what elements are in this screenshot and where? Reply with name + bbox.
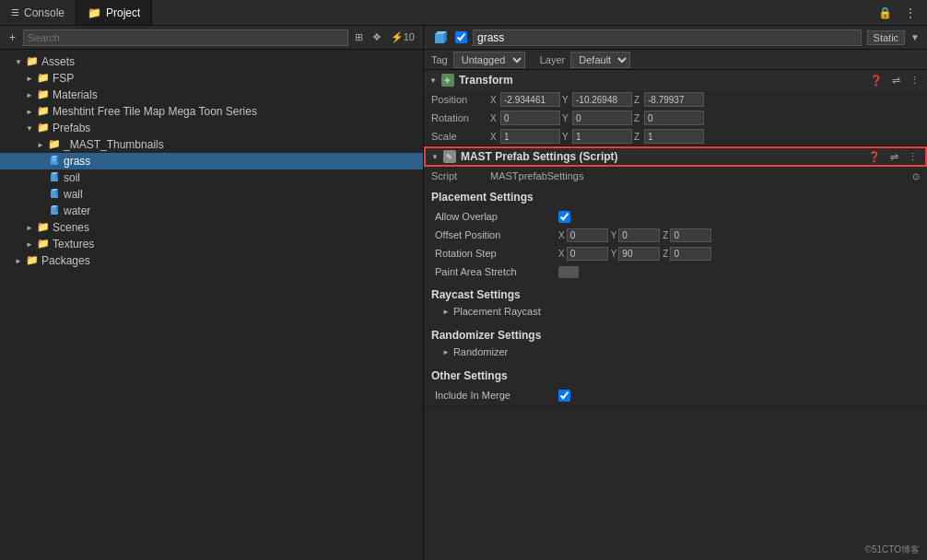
position-y-input[interactable] bbox=[572, 92, 632, 107]
scale-z-input[interactable] bbox=[644, 129, 704, 144]
paint-area-toggle[interactable] bbox=[558, 266, 579, 278]
mast-thumbnails-label: _MAST_Thumbnails bbox=[64, 138, 164, 151]
prefabs-folder-icon: 📁 bbox=[37, 122, 50, 134]
static-button[interactable]: Static bbox=[867, 30, 906, 45]
rotation-step-y-input[interactable] bbox=[618, 247, 660, 261]
rotation-step-x-label: X bbox=[558, 249, 565, 259]
rotation-y-input[interactable] bbox=[572, 111, 632, 125]
transform-component: ▼ ✛ Transform ❓ ⇌ ⋮ Position X bbox=[424, 70, 927, 146]
offset-position-row: Offset Position X Y Z bbox=[431, 226, 920, 244]
script-value: MASTprefabSettings bbox=[490, 170, 909, 181]
counter-value: 10 bbox=[404, 31, 415, 42]
mast-thumbnails-folder-icon: 📁 bbox=[48, 138, 61, 151]
soil-cube-icon bbox=[48, 171, 61, 184]
rotation-y-label: Y bbox=[562, 113, 571, 123]
mast-thumbnails-arrow: ► bbox=[37, 141, 48, 149]
folder-view-btn[interactable]: ⊞ bbox=[352, 30, 366, 44]
randomizer-section: Randomizer Settings ► Randomizer bbox=[424, 323, 927, 364]
tab-project[interactable]: 📁 Project bbox=[76, 0, 152, 25]
rotation-x-input[interactable] bbox=[500, 111, 560, 125]
counter-btn[interactable]: ⚡10 bbox=[388, 30, 417, 44]
randomizer-header[interactable]: Randomizer Settings bbox=[431, 327, 920, 344]
other-settings-title: Other Settings bbox=[431, 369, 920, 382]
script-label: Script bbox=[431, 170, 487, 181]
position-y-label: Y bbox=[562, 95, 571, 105]
search-input[interactable] bbox=[23, 29, 348, 46]
object-active-checkbox[interactable] bbox=[455, 31, 467, 43]
allow-overlap-checkbox[interactable] bbox=[558, 211, 570, 223]
include-merge-checkbox[interactable] bbox=[558, 390, 570, 402]
tab-console[interactable]: ☰ Console bbox=[0, 0, 76, 25]
mast-settings-btn[interactable]: ⇌ bbox=[888, 150, 900, 164]
mast-help-btn[interactable]: ❓ bbox=[866, 150, 883, 164]
position-row: Position X Y Z bbox=[424, 90, 927, 109]
rotation-step-x-input[interactable] bbox=[567, 247, 608, 261]
transform-component-header[interactable]: ▼ ✛ Transform ❓ ⇌ ⋮ bbox=[424, 70, 927, 90]
offset-position-label: Offset Position bbox=[435, 229, 555, 240]
wall-cube-icon bbox=[48, 188, 61, 201]
rotation-z-input[interactable] bbox=[644, 111, 704, 125]
scale-x-label: X bbox=[490, 132, 499, 142]
tree-item-fsp[interactable]: ► 📁 FSP bbox=[0, 70, 423, 87]
tag-label: Tag bbox=[431, 54, 448, 65]
more-icon-btn[interactable]: ⋮ bbox=[901, 5, 920, 21]
tree-item-materials[interactable]: ► 📁 Materials bbox=[0, 87, 423, 103]
tree-item-packages[interactable]: ► 📁 Packages bbox=[0, 252, 423, 269]
fsp-folder-icon: 📁 bbox=[37, 72, 50, 85]
mast-more-btn[interactable]: ⋮ bbox=[906, 150, 920, 164]
mast-component-header[interactable]: ▼ ✎ MAST Prefab Settings (Script) ❓ ⇌ ⋮ bbox=[424, 146, 927, 167]
position-z-input[interactable] bbox=[644, 92, 704, 107]
script-picker-btn[interactable]: ⊙ bbox=[912, 171, 920, 181]
layer-select[interactable]: Default bbox=[570, 52, 630, 68]
position-label: Position bbox=[431, 94, 487, 105]
tree-item-textures[interactable]: ► 📁 Textures bbox=[0, 236, 423, 252]
mast-component: ▼ ✎ MAST Prefab Settings (Script) ❓ ⇌ ⋮ … bbox=[424, 146, 927, 407]
rotation-step-xyz: X Y Z bbox=[558, 247, 711, 261]
raycast-section: Raycast Settings ► Placement Raycast bbox=[424, 283, 927, 323]
other-settings-section: Other Settings Include In Merge bbox=[424, 364, 927, 406]
offset-x-input[interactable] bbox=[567, 228, 608, 242]
rotation-step-label: Rotation Step bbox=[435, 248, 555, 259]
tree-item-mast-thumbnails[interactable]: ► 📁 _MAST_Thumbnails bbox=[0, 136, 423, 153]
scale-label: Scale bbox=[431, 131, 487, 142]
rotation-step-z-input[interactable] bbox=[670, 247, 711, 261]
scale-y-input[interactable] bbox=[572, 129, 632, 144]
offset-z-input[interactable] bbox=[670, 228, 711, 242]
position-z-label: Z bbox=[634, 95, 643, 105]
scale-y-label: Y bbox=[562, 132, 571, 142]
prefab-btn[interactable]: ❖ bbox=[370, 30, 384, 44]
tree-item-soil[interactable]: soil bbox=[0, 169, 423, 186]
lock-icon-btn[interactable]: 🔒 bbox=[874, 5, 896, 21]
tree-item-assets[interactable]: ▼ 📁 Assets bbox=[0, 53, 423, 70]
water-label: water bbox=[64, 204, 90, 217]
tree-item-prefabs[interactable]: ▼ 📁 Prefabs bbox=[0, 120, 423, 136]
object-name-input[interactable] bbox=[473, 29, 862, 46]
placement-raycast-row[interactable]: ► Placement Raycast bbox=[431, 303, 920, 320]
randomizer-sub-row[interactable]: ► Randomizer bbox=[431, 344, 920, 360]
tree-item-scenes[interactable]: ► 📁 Scenes bbox=[0, 219, 423, 236]
rotation-label: Rotation bbox=[431, 112, 487, 123]
raycast-header[interactable]: Raycast Settings bbox=[431, 286, 920, 303]
tree-item-water[interactable]: water bbox=[0, 203, 423, 219]
transform-more-btn[interactable]: ⋮ bbox=[908, 74, 921, 88]
object-type-icon bbox=[431, 29, 450, 47]
packages-label: Packages bbox=[41, 254, 90, 267]
layer-label: Layer bbox=[540, 54, 566, 65]
position-x-input[interactable] bbox=[500, 92, 560, 107]
assets-arrow: ▼ bbox=[15, 58, 26, 66]
scale-x-input[interactable] bbox=[500, 129, 560, 144]
tree-item-meshtint[interactable]: ► 📁 Meshtint Free Tile Map Mega Toon Ser… bbox=[0, 103, 423, 120]
transform-help-btn[interactable]: ❓ bbox=[868, 74, 885, 88]
tree-item-grass[interactable]: grass bbox=[0, 153, 423, 169]
grass-cube-icon bbox=[48, 155, 61, 168]
include-merge-label: Include In Merge bbox=[435, 390, 555, 401]
tag-select[interactable]: Untagged bbox=[453, 52, 525, 68]
transform-settings-btn[interactable]: ⇌ bbox=[890, 74, 902, 88]
offset-y-input[interactable] bbox=[618, 228, 660, 242]
tree-item-wall[interactable]: wall bbox=[0, 186, 423, 203]
add-button[interactable]: + bbox=[6, 29, 19, 46]
rotation-z-label: Z bbox=[634, 113, 643, 123]
packages-arrow: ► bbox=[15, 257, 26, 265]
left-panel-toolbar: + ⊞ ❖ ⚡10 bbox=[0, 26, 423, 50]
mast-title: MAST Prefab Settings (Script) bbox=[461, 150, 862, 163]
